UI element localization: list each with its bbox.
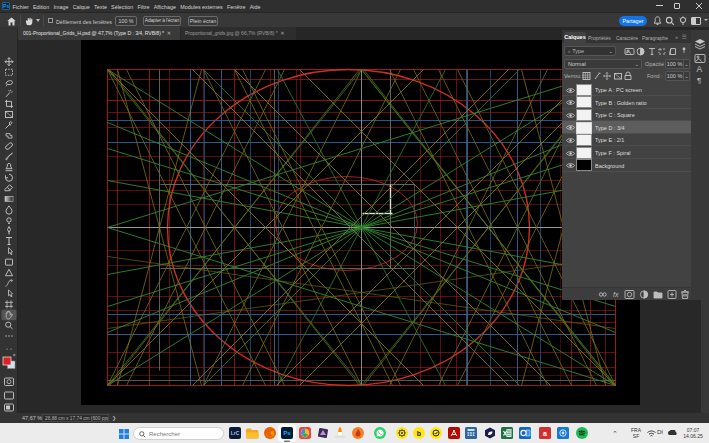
svg-text:a: a [543, 430, 547, 437]
svg-text:¶: ¶ [697, 76, 701, 85]
svg-text:Ps: Ps [283, 430, 291, 436]
svg-text:b: b [417, 430, 421, 437]
svg-text:LrC: LrC [231, 430, 240, 436]
svg-text:A: A [697, 64, 703, 74]
svg-text:fx: fx [613, 291, 619, 298]
